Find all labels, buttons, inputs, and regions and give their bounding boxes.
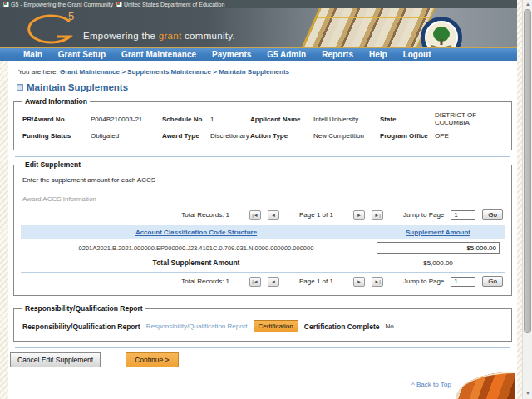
banner-tagline: Empowering the grant community.: [83, 31, 235, 41]
classroom-photo: [456, 372, 515, 399]
page-content: You are here: Grant Maintenance > Supple…: [8, 61, 517, 399]
field-label: Applicant Name: [250, 116, 313, 123]
go-button[interactable]: Go: [482, 209, 503, 220]
main-nav-bar: Main Grant Setup Grant Maintenance Payme…: [0, 47, 517, 61]
edit-supplement-fieldset: Edit Supplement Enter the supplement amo…: [13, 160, 512, 296]
total-supplement-value: $5,000.00: [423, 259, 453, 267]
page-title-row: Maintain Supplements: [8, 76, 517, 96]
nav-help[interactable]: Help: [369, 50, 387, 59]
field-label: Funding Status: [22, 132, 91, 140]
jump-to-page-label: Jump to Page: [403, 211, 444, 219]
sort-amount-column-link[interactable]: Supplement Amount: [406, 229, 470, 236]
accs-table: Account Classification Code Structure Su…: [21, 225, 505, 269]
certification-complete-label: Certification Complete: [304, 323, 380, 331]
title-tab-g5-label: G5 - Empowering the Grant Community: [11, 2, 113, 7]
breadcrumb-path[interactable]: Grant Maintenance > Supplements Maintena…: [60, 68, 289, 76]
field-value: New Competition: [313, 132, 380, 140]
svg-text:5: 5: [68, 10, 74, 22]
title-tab-doe: United States Department of Education: [116, 2, 224, 7]
continue-button[interactable]: Continue >: [126, 352, 178, 367]
breadcrumb: You are here: Grant Maintenance > Supple…: [8, 61, 517, 76]
award-information-fieldset: Award Information PR/Award No. P004B2100…: [13, 97, 512, 150]
library-photo: [298, 8, 437, 47]
certification-button[interactable]: Certification: [254, 320, 298, 332]
next-page-icon[interactable]: ►: [353, 277, 365, 287]
broken-image-icon: [116, 2, 122, 7]
scroll-down-icon[interactable]: ▼: [524, 390, 532, 397]
broken-image-icon: [3, 2, 9, 7]
next-page-icon[interactable]: ►: [353, 210, 365, 220]
cancel-edit-supplement-button[interactable]: Cancel Edit Supplement: [10, 352, 101, 367]
action-buttons: Cancel Edit Supplement Continue >: [8, 348, 517, 367]
scroll-up-icon[interactable]: ▲: [524, 1, 532, 8]
pagination-top: Total Records: 1 |◄ ◄ Page 1 of 1 ► ►| J…: [21, 206, 505, 224]
edit-supplement-legend: Edit Supplement: [22, 160, 83, 169]
jump-to-page-input[interactable]: [451, 277, 475, 287]
first-page-icon[interactable]: |◄: [249, 210, 261, 220]
field-label: Award Type: [162, 132, 210, 140]
edit-supplement-instruction: Enter the supplement amount for each ACC…: [21, 171, 505, 184]
page-indicator: Page 1 of 1: [299, 278, 333, 285]
nav-main[interactable]: Main: [23, 50, 42, 59]
responsibility-row: Responsibility/Qualification Report Resp…: [21, 315, 505, 336]
responsibility-label: Responsibility/Qualification Report: [22, 323, 140, 331]
field-label: PR/Award No.: [22, 116, 91, 123]
field-value: Obligated: [91, 132, 162, 140]
page-title: Maintain Supplements: [27, 82, 128, 92]
field-value: P004B210003-21: [91, 116, 162, 123]
total-records-label: Total Records: 1: [181, 211, 229, 219]
browser-title-bar: G5 - Empowering the Grant Community Unit…: [0, 0, 517, 8]
go-button[interactable]: Go: [482, 276, 503, 287]
field-value: Discretionary: [210, 132, 250, 140]
vertical-scrollbar[interactable]: ▲ ▼: [522, 0, 532, 399]
g5-logo: 5: [20, 10, 85, 47]
total-supplement-label: Total Supplement Amount: [153, 259, 240, 267]
department-of-education-seal: [420, 16, 463, 47]
field-value: DISTRICT OF COLUMBIA: [435, 111, 505, 126]
accs-code: 0201A2021.B.2021.000000.EP000000.J23.410…: [79, 244, 314, 252]
award-information-legend: Award Information: [22, 97, 90, 106]
field-value: Intell University: [313, 116, 380, 123]
award-accs-subheading: Award ACCS Information: [21, 184, 505, 206]
accs-header-row: Account Classification Code Structure Su…: [21, 225, 505, 239]
responsibility-fieldset: Responsibility/Qualification Report Resp…: [13, 304, 512, 342]
prev-page-icon[interactable]: ◄: [268, 210, 279, 220]
field-label: Action Type: [250, 132, 313, 140]
field-label: Program Office: [380, 132, 435, 140]
last-page-icon[interactable]: ►|: [372, 210, 383, 220]
responsibility-report-link[interactable]: Responsibility/Qualification Report: [146, 323, 248, 330]
field-label: State: [380, 116, 435, 123]
g5-banner: 5 Empowering the grant community.: [0, 8, 517, 47]
back-to-top-link[interactable]: ^ Back to Top: [411, 381, 451, 388]
total-records-label: Total Records: 1: [181, 278, 229, 285]
title-tab-g5: G5 - Empowering the Grant Community: [3, 2, 113, 7]
nav-logout[interactable]: Logout: [403, 50, 431, 59]
responsibility-legend: Responsibility/Qualification Report: [22, 304, 145, 313]
scrollbar-thumb[interactable]: [524, 9, 531, 333]
nav-reports[interactable]: Reports: [322, 50, 353, 59]
breadcrumb-prefix: You are here:: [18, 68, 60, 76]
prev-page-icon[interactable]: ◄: [268, 277, 279, 287]
page-indicator: Page 1 of 1: [299, 211, 333, 219]
pagination-bottom: Total Records: 1 |◄ ◄ Page 1 of 1 ► ►| J…: [21, 273, 505, 290]
page-title-icon: [17, 84, 23, 91]
section-divider: [15, 156, 510, 157]
jump-to-page-label: Jump to Page: [403, 278, 444, 285]
certification-complete-value: No: [385, 323, 393, 330]
nav-payments[interactable]: Payments: [212, 50, 251, 59]
nav-grant-setup[interactable]: Grant Setup: [58, 50, 106, 59]
field-value: 1: [210, 116, 250, 123]
last-page-icon[interactable]: ►|: [372, 277, 383, 287]
supplement-amount-input[interactable]: [377, 242, 500, 254]
field-value: OPE: [435, 132, 505, 140]
accs-data-row: 0201A2021.B.2021.000000.EP000000.J23.410…: [21, 239, 505, 256]
nav-grant-maintenance[interactable]: Grant Maintenance: [121, 50, 196, 59]
g5-application-window: G5 - Empowering the Grant Community Unit…: [0, 0, 532, 399]
sort-accs-column-link[interactable]: Account Classification Code Structure: [135, 229, 257, 236]
jump-to-page-input[interactable]: [451, 210, 475, 220]
nav-g5-admin[interactable]: G5 Admin: [267, 50, 306, 59]
award-information-grid: PR/Award No. P004B210003-21 Schedule No …: [21, 108, 505, 145]
total-supplement-row: Total Supplement Amount $5,000.00: [21, 256, 505, 269]
first-page-icon[interactable]: |◄: [249, 277, 261, 287]
title-tab-doe-label: United States Department of Education: [124, 2, 224, 7]
